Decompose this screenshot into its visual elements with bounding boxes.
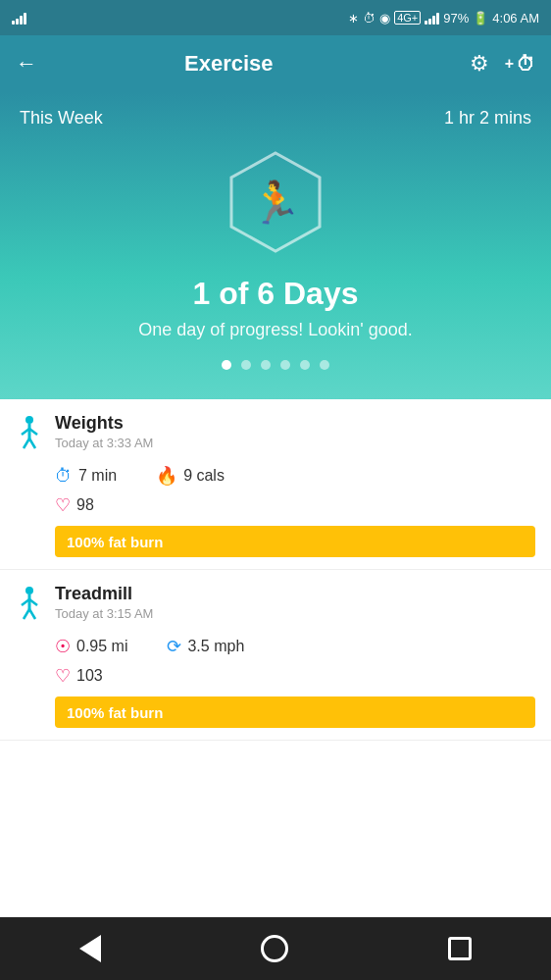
app-header: ← Exercise ⚙ + ⏱ [0,35,551,92]
settings-button[interactable]: ⚙ [470,51,489,77]
battery-icon: 🔋 [473,11,488,26]
heart-icon-2: ♡ [55,665,71,687]
page-dots [20,360,531,370]
stopwatch-icon: ⏱ [516,53,535,76]
total-duration: 1 hr 2 mins [444,108,531,129]
back-nav-button[interactable] [79,935,101,962]
weights-calories-stat: 🔥 9 cals [156,465,225,487]
treadmill-fat-burn-bar: 100% fat burn [55,696,535,728]
home-nav-button[interactable] [261,935,288,962]
weights-time: Today at 3:33 AM [55,436,153,450]
page-title: Exercise [47,51,411,77]
hero-header-row: This Week 1 hr 2 mins [20,108,531,129]
dot-1[interactable] [222,360,231,370]
bottom-nav [0,917,551,980]
hexagon-badge: 🏃 [222,148,329,256]
treadmill-info: Treadmill Today at 3:15 AM [55,584,153,621]
hero-section: This Week 1 hr 2 mins 🏃 1 of 6 Days One … [0,92,551,399]
clock-icon: ⏱ [55,466,73,487]
dot-3[interactable] [261,360,271,370]
bluetooth-icon: ∗ [348,11,359,26]
weights-info: Weights Today at 3:33 AM [55,413,153,450]
plus-icon: + [505,55,514,73]
treadmill-speed-stat: ⟳ 3.5 mph [167,636,244,657]
wifi-icon: ◉ [379,11,390,26]
treadmill-speed-value: 3.5 mph [187,638,244,655]
treadmill-distance-stat: ☉ 0.95 mi [55,636,127,657]
runner-icon: 🏃 [250,179,301,227]
signal-bars-icon [12,11,26,25]
cell-signal-icon [425,11,439,25]
weights-fat-burn-label: 100% fat burn [67,534,163,550]
weights-stats: ⏱ 7 min 🔥 9 cals [55,465,535,487]
hex-container: 🏃 [20,148,531,256]
this-week-label: This Week [20,108,103,129]
dot-2[interactable] [241,360,251,370]
exercise-item-weights[interactable]: Weights Today at 3:33 AM ⏱ 7 min 🔥 9 cal… [0,399,551,570]
days-count: 1 of 6 Days [20,276,531,312]
network-badge: 4G+ [394,11,421,25]
svg-line-6 [29,438,35,448]
back-button[interactable]: ← [16,51,37,77]
speed-icon: ⟳ [167,636,181,657]
recents-nav-button[interactable] [448,937,472,960]
weights-fat-burn-bar: 100% fat burn [55,526,535,557]
treadmill-distance-value: 0.95 mi [76,638,127,655]
back-nav-icon [79,935,101,962]
hero-message: One day of progress! Lookin' good. [20,320,531,340]
treadmill-heart-stat: ♡ 103 [55,665,535,687]
weights-heart-row: ♡ 98 [55,494,535,516]
exercise-item-treadmill[interactable]: Treadmill Today at 3:15 AM ☉ 0.95 mi ⟳ 3… [0,570,551,741]
treadmill-fat-burn-label: 100% fat burn [67,704,163,721]
recents-nav-icon [448,937,472,960]
dot-6[interactable] [320,360,329,370]
svg-point-1 [25,416,33,424]
weights-title: Weights [55,413,153,434]
weights-calories-value: 9 cals [183,467,225,485]
svg-line-5 [24,438,29,448]
header-actions: ⚙ + ⏱ [470,51,535,77]
dot-4[interactable] [280,360,290,370]
exercise-list: Weights Today at 3:33 AM ⏱ 7 min 🔥 9 cal… [0,399,551,741]
weights-heart-stat: ♡ 98 [55,494,535,516]
treadmill-title: Treadmill [55,584,153,604]
weights-duration-value: 7 min [78,467,117,485]
treadmill-header: Treadmill Today at 3:15 AM [16,584,535,626]
weights-heart-value: 98 [76,496,94,514]
weights-header: Weights Today at 3:33 AM [16,413,535,455]
location-icon: ☉ [55,636,71,657]
clock-time: 4:06 AM [492,11,539,26]
svg-point-7 [25,587,33,594]
status-left [12,11,26,25]
alarm-icon: ⏱ [363,11,376,26]
battery-percentage: 97% [443,11,469,26]
treadmill-stats: ☉ 0.95 mi ⟳ 3.5 mph [55,636,535,657]
add-exercise-button[interactable]: + ⏱ [505,53,535,76]
home-nav-icon [261,935,288,962]
dot-5[interactable] [300,360,310,370]
svg-line-12 [29,609,35,619]
treadmill-activity-icon [16,586,43,626]
heart-icon: ♡ [55,494,71,516]
svg-line-11 [24,609,29,619]
status-right: ∗ ⏱ ◉ 4G+ 97% 🔋 4:06 AM [348,11,539,26]
weights-duration-stat: ⏱ 7 min [55,465,117,487]
fire-icon: 🔥 [156,465,177,487]
treadmill-heart-value: 103 [76,667,103,685]
treadmill-time: Today at 3:15 AM [55,606,153,621]
weights-activity-icon [16,415,43,455]
treadmill-heart-row: ♡ 103 [55,665,535,687]
status-bar: ∗ ⏱ ◉ 4G+ 97% 🔋 4:06 AM [0,0,551,35]
